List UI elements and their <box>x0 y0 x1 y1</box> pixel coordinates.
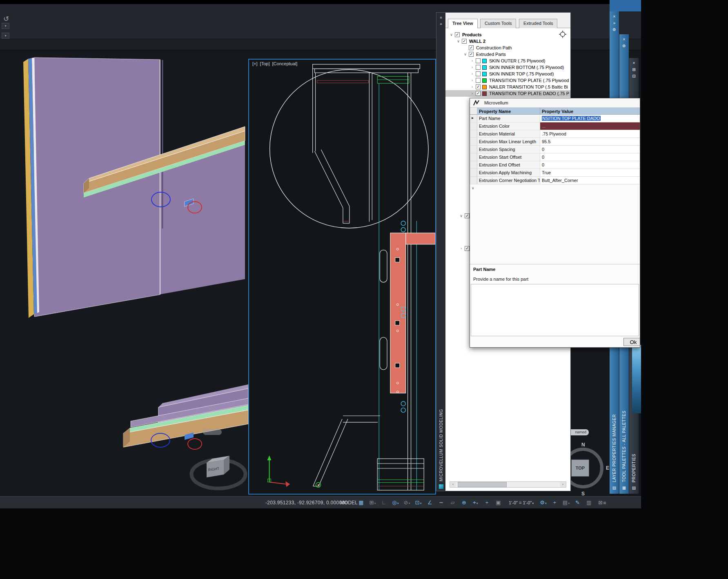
mini-dropdown-1[interactable]: ▾ <box>2 23 9 29</box>
ok-button[interactable]: Ok <box>623 338 640 346</box>
tree-item-skin-inner-bottom[interactable]: › SKIN INNER BOTTOM (.75 Plywood) <box>445 64 570 71</box>
tree-item-extruded-parts[interactable]: ∨ Extruded Parts <box>445 51 570 58</box>
transparency-icon[interactable]: ▱ <box>447 498 458 507</box>
dynamic-input-icon[interactable]: ▣ <box>493 498 503 507</box>
expander-icon[interactable]: › <box>470 78 475 82</box>
polar-tracking-icon[interactable]: ◎ <box>390 498 401 507</box>
coordinates-display[interactable]: -203.951233, -92.926709, 0.000000 <box>265 500 347 506</box>
isodraft-icon[interactable]: ⊘ <box>402 498 412 507</box>
autohide-pin-icon[interactable]: » <box>613 20 616 27</box>
dynamic-ucs-icon[interactable]: + <box>482 498 492 507</box>
dialog-titlebar[interactable]: Microvellum <box>470 98 640 108</box>
tree-item-transition-top-plate-dado[interactable]: › TRANSITION TOP PLATE DADO (.75 P <box>445 90 570 97</box>
expander-icon[interactable]: › <box>470 91 475 95</box>
tab-custom-tools[interactable]: Custom Tools <box>480 19 516 29</box>
grid-toggle-icon[interactable]: ▦ <box>356 498 366 507</box>
tree-item-skin-outer[interactable]: › SKIN OUTER (.75 Plywood) <box>445 58 570 64</box>
osnap-icon[interactable]: ⊡ <box>413 498 423 507</box>
2d-section-drawing[interactable] <box>249 60 435 494</box>
properties-title[interactable]: PROPERTIES <box>632 454 636 482</box>
checkbox[interactable] <box>465 213 470 218</box>
compass-north[interactable]: N <box>581 442 585 448</box>
tree-item-partial[interactable]: › <box>459 245 470 252</box>
viewport-view-control[interactable]: [Top] <box>260 61 270 66</box>
property-row-apply-machining[interactable]: Extrusion Apply Machining True <box>470 169 640 177</box>
expander-icon[interactable]: ∨ <box>456 39 461 43</box>
expander-icon[interactable]: ∨ <box>463 52 468 56</box>
viewcube-left[interactable]: RIGHT <box>191 456 245 488</box>
checkbox[interactable] <box>476 65 481 70</box>
property-row-spacing[interactable]: Extrusion Spacing 0 <box>470 146 640 153</box>
expander-icon[interactable]: ∨ <box>459 214 464 218</box>
workspace-gear-icon[interactable]: ⚙ <box>538 498 548 507</box>
viewcube-top-face[interactable]: TOP <box>571 459 589 477</box>
mini-dropdown-2[interactable]: ▾ <box>2 33 9 39</box>
close-icon[interactable]: × <box>613 13 616 20</box>
tree-item-wall2[interactable]: ∨ WALL 2 <box>445 38 570 44</box>
model-space-button[interactable]: MODEL <box>340 500 358 506</box>
annotation-scale-control[interactable]: 1'-0" = 1'-0" <box>509 500 534 505</box>
checkbox[interactable] <box>455 32 460 37</box>
autohide-pin-icon[interactable]: » <box>440 21 442 27</box>
checkbox[interactable] <box>462 39 467 44</box>
close-icon[interactable]: × <box>623 36 626 43</box>
property-row-corner-negotiation[interactable]: Extrusion Corner Negotiation Type Butt_A… <box>470 177 640 184</box>
scrollbar-thumb[interactable] <box>458 482 507 487</box>
selected-part-geometry[interactable] <box>390 233 435 393</box>
horizontal-scrollbar[interactable]: ‹ › <box>450 481 566 488</box>
tree-item-nailer-transition-top[interactable]: › NAILER TRANSITION TOP (.5 Baltic Bi <box>445 84 570 90</box>
lineweight-icon[interactable]: ━ <box>436 498 446 507</box>
close-icon[interactable]: × <box>440 15 442 21</box>
close-icon[interactable]: × <box>633 60 635 67</box>
expander-icon[interactable]: › <box>470 59 475 63</box>
locate-crosshair-icon[interactable] <box>559 31 566 40</box>
layer-properties-title[interactable]: LAYER PROPERTIES MANAGER <box>612 414 617 482</box>
expander-icon[interactable]: › <box>459 246 464 251</box>
selection-cycling-icon[interactable]: ⊕ <box>459 498 469 507</box>
checkbox[interactable] <box>476 84 481 89</box>
checkbox[interactable] <box>476 78 481 83</box>
3d-model-view[interactable]: RIGHT <box>0 50 248 495</box>
active-2d-viewport[interactable]: [+] [Top] [Conceptual] <box>248 59 436 495</box>
expander-icon[interactable]: › <box>470 72 475 76</box>
compass-east[interactable]: E <box>606 465 609 471</box>
property-row-extrusion-material[interactable]: Extrusion Material .75 Plywood <box>470 130 640 138</box>
undo-icon[interactable]: ↺ <box>3 15 9 23</box>
property-row-max-linear-length[interactable]: Extrusion Max Linear Length 95.5 <box>470 138 640 146</box>
otrack-icon[interactable]: ∠ <box>425 498 435 507</box>
customization-menu-icon[interactable]: ≡ <box>603 500 606 506</box>
extrusion-color-swatch[interactable]: ... <box>540 122 640 130</box>
tree-item-skin-inner-top[interactable]: › SKIN INNER TOP (.75 Plywood) <box>445 71 570 77</box>
tab-tree-view[interactable]: Tree View <box>448 19 478 29</box>
scroll-left-arrow[interactable]: ‹ <box>450 482 456 487</box>
annotation-monitor-icon[interactable]: + <box>550 498 560 507</box>
expander-icon[interactable]: › <box>470 65 475 69</box>
tool-palettes-title[interactable]: TOOL PALETTES - ALL PALETTES <box>622 410 626 482</box>
property-row-extrusion-color[interactable]: Extrusion Color ... <box>470 122 640 130</box>
tree-item-products[interactable]: ∨ Products <box>445 31 570 38</box>
checkbox[interactable] <box>469 52 474 57</box>
viewport-menu-control[interactable]: [+] <box>252 61 258 66</box>
palette-titlebar[interactable]: × » MICROVELLUM SOLID MODELING <box>436 13 445 491</box>
checkbox[interactable] <box>476 58 481 63</box>
properties-gear-icon[interactable]: ⚙ <box>622 43 626 49</box>
tab-extruded-tools[interactable]: Extruded Tools <box>519 19 558 29</box>
tree-item-transition-top-plate[interactable]: › TRANSITION TOP PLATE (.75 Plywood <box>445 77 570 84</box>
units-icon[interactable]: ▤ <box>561 498 571 507</box>
ortho-toggle-icon[interactable]: ∟ <box>379 498 389 507</box>
snap-toggle-icon[interactable]: ⊞ <box>367 498 378 507</box>
expander-icon[interactable]: › <box>470 85 475 89</box>
property-row-end-offset[interactable]: Extrusion End Offset 0 <box>470 161 640 169</box>
checkbox[interactable] <box>469 45 474 50</box>
expand-icon[interactable]: ⊞ <box>632 67 635 73</box>
properties-gear-icon[interactable]: ⚙ <box>612 27 616 33</box>
scroll-right-arrow[interactable]: › <box>560 482 566 487</box>
property-row-part-name[interactable]: Part Name NSITION TOP PLATE DADO <box>470 115 640 122</box>
checkbox[interactable] <box>476 91 481 96</box>
collapse-icon[interactable]: ⊟ <box>632 73 635 80</box>
property-row-start-offset[interactable]: Extrusion Start Offset 0 <box>470 153 640 161</box>
checkbox[interactable] <box>476 71 481 76</box>
expander-icon[interactable]: ∨ <box>449 33 454 37</box>
quick-properties-icon[interactable]: ✎ <box>572 498 583 507</box>
checkbox[interactable] <box>465 246 470 251</box>
